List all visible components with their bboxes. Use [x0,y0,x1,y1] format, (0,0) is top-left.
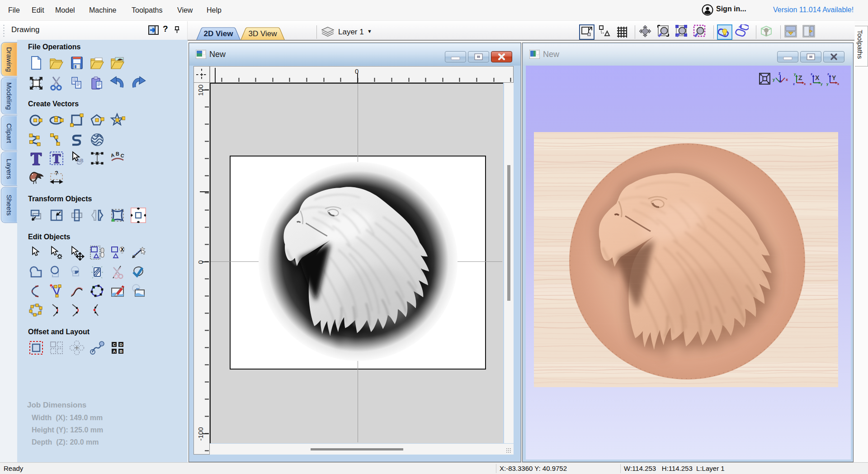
svg-text:z: z [778,71,781,76]
svg-text:z: z [793,82,795,86]
svg-text:Y: Y [832,74,836,81]
svg-text:z: z [811,72,812,76]
svg-text:AB: AB [77,158,83,163]
svg-text:x: x [804,82,806,86]
svg-text:y: y [794,72,796,76]
svg-text:B: B [120,349,123,354]
svg-text:A: A [113,349,116,354]
svg-text:y: y [821,82,823,86]
svg-text:x: x [837,82,839,86]
svg-text:x: x [786,77,788,82]
svg-text:C: C [120,152,125,158]
svg-text:B: B [116,151,119,156]
svg-text:X: X [121,246,124,253]
svg-text:z: z [827,72,829,76]
svg-text:?: ? [55,170,58,176]
svg-text:Z: Z [798,74,802,81]
svg-text:y: y [826,82,829,86]
svg-text:x: x [810,82,812,86]
svg-text:y: y [773,77,775,82]
svg-text:A: A [110,152,115,158]
svg-text:D: D [120,342,123,347]
svg-text:X: X [815,74,820,81]
svg-text:C: C [113,342,116,347]
